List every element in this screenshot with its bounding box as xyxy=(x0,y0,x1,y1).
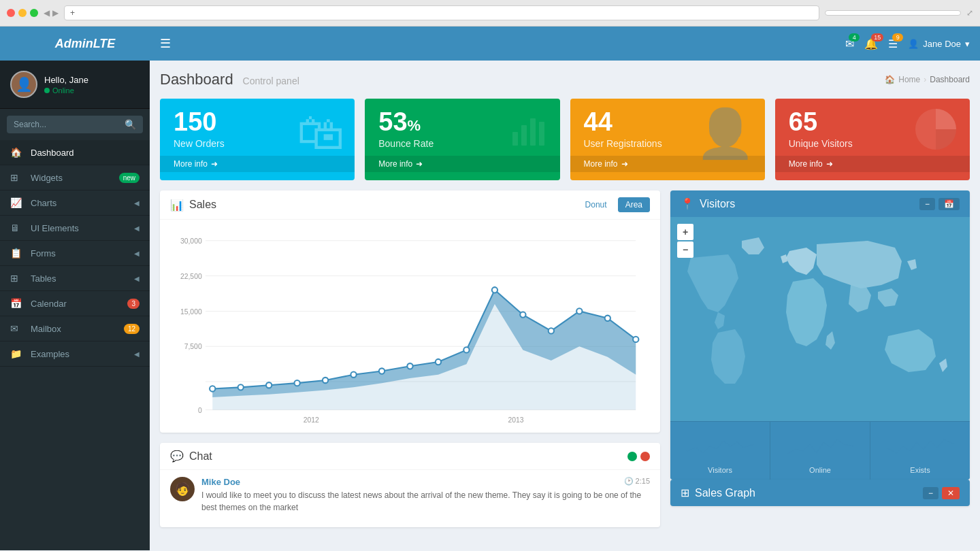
svg-point-26 xyxy=(436,359,441,365)
grid-icon: ⊞ xyxy=(681,486,689,499)
sales-graph-minus-button[interactable]: − xyxy=(923,487,938,499)
browser-search-bar[interactable] xyxy=(825,10,961,16)
back-arrow[interactable]: ◀ xyxy=(44,8,50,18)
visitors-minus-button[interactable]: − xyxy=(919,198,935,210)
sidebar-item-tables[interactable]: ⊞ Tables ◀ xyxy=(0,266,150,291)
info-box-bounce: 53% Bounce Rate More info ➜ xyxy=(365,99,559,180)
sales-graph-tools: − ✕ xyxy=(923,487,960,499)
nav-toggle-button[interactable]: ☰ xyxy=(160,36,171,51)
sidebar-item-charts[interactable]: 📈 Charts ◀ xyxy=(0,190,150,216)
browser-arrows: ◀ ▶ xyxy=(44,8,59,18)
dashboard-icon: 🏠 xyxy=(10,147,24,158)
svg-text:2013: 2013 xyxy=(508,416,523,424)
tab-donut[interactable]: Donut xyxy=(578,197,615,212)
visitor-stat-visitors: Visitors xyxy=(670,422,770,480)
widgets-badge: new xyxy=(119,173,140,183)
bounce-number: 53% xyxy=(378,109,546,135)
chart-tabs: Donut Area xyxy=(578,197,650,212)
sidebar-item-widgets[interactable]: ⊞ Widgets new xyxy=(0,165,150,190)
sidebar-item-label: Dashboard xyxy=(31,148,140,158)
nav-user-menu[interactable]: 👤 Jane Doe ▾ xyxy=(908,39,970,49)
dot-red[interactable] xyxy=(7,9,15,17)
app-wrapper: AdminLTE ☰ ✉ 4 🔔 15 ☰ 9 👤 Jane Doe xyxy=(0,27,980,550)
nav-icons: ✉ 4 🔔 15 ☰ 9 👤 Jane Doe ▾ xyxy=(845,37,970,50)
sidebar-item-mailbox[interactable]: ✉ Mailbox 12 xyxy=(0,316,150,341)
dot-green[interactable] xyxy=(30,9,38,17)
sidebar-item-forms[interactable]: 📋 Forms ◀ xyxy=(0,241,150,266)
map-zoom-in-button[interactable]: + xyxy=(677,224,693,240)
sidebar-item-dashboard[interactable]: 🏠 Dashboard xyxy=(0,140,150,165)
visitors-stat-label: Visitors xyxy=(676,466,764,474)
orders-number: 150 xyxy=(174,109,341,135)
sidebar-item-label: Calendar xyxy=(31,299,127,309)
registrations-number: 44 xyxy=(584,109,751,135)
breadcrumb: 🏠 Home › Dashboard xyxy=(885,75,970,84)
sales-card: 📊 Sales Donut Area xyxy=(160,190,660,433)
visitors-card-header: 📍 Visitors − 📅 xyxy=(670,190,970,217)
chevron-down-icon: ▾ xyxy=(965,39,970,49)
tables-icon: ⊞ xyxy=(10,273,24,284)
dot-yellow[interactable] xyxy=(18,9,27,17)
arrow-right-icon: ➜ xyxy=(826,159,833,169)
orders-more-info: More info xyxy=(174,159,208,169)
chevron-icon: ◀ xyxy=(134,250,140,257)
svg-text:15,000: 15,000 xyxy=(180,308,202,316)
svg-text:7,500: 7,500 xyxy=(184,343,202,350)
chevron-icon: ◀ xyxy=(134,275,140,282)
svg-point-24 xyxy=(379,368,385,373)
breadcrumb-current: Dashboard xyxy=(930,75,970,84)
bell-badge: 15 xyxy=(871,33,883,41)
chat-red-button[interactable] xyxy=(640,452,650,461)
sidebar-item-calendar[interactable]: 📅 Calendar 3 xyxy=(0,291,150,316)
sidebar-user-panel: 👤 Hello, Jane Online xyxy=(0,61,150,109)
tab-area[interactable]: Area xyxy=(618,197,650,212)
page-header: Dashboard Control panel 🏠 Home › Dashboa… xyxy=(160,71,970,88)
exists-stat-label: Exists xyxy=(876,466,964,474)
sidebar-item-label: Widgets xyxy=(31,173,119,183)
nav-list-button[interactable]: ☰ 9 xyxy=(888,37,898,50)
sidebar: 👤 Hello, Jane Online 🔍 🏠 xyxy=(0,61,150,550)
chat-green-button[interactable] xyxy=(627,452,637,461)
chat-message: 🧑 Mike Doe 🕑 2:15 I would like to meet y… xyxy=(170,477,650,514)
breadcrumb-home[interactable]: Home xyxy=(898,75,920,84)
svg-point-25 xyxy=(407,363,412,369)
left-column: 📊 Sales Donut Area xyxy=(160,190,660,527)
forward-arrow[interactable]: ▶ xyxy=(52,8,59,18)
search-input[interactable] xyxy=(14,120,120,129)
home-icon: 🏠 xyxy=(885,75,895,84)
nav-bell-button[interactable]: 🔔 15 xyxy=(864,37,878,50)
browser-url-bar[interactable]: + xyxy=(64,5,819,20)
sidebar-item-ui-elements[interactable]: 🖥 UI Elements ◀ xyxy=(0,216,150,241)
chat-avatar: 🧑 xyxy=(170,477,195,501)
sidebar-item-examples[interactable]: 📁 Examples ◀ xyxy=(0,341,150,367)
sales-graph-close-button[interactable]: ✕ xyxy=(942,487,960,499)
envelope-badge: 4 xyxy=(849,33,860,41)
top-nav: AdminLTE ☰ ✉ 4 🔔 15 ☰ 9 👤 Jane Doe xyxy=(0,27,980,61)
status-label: Online xyxy=(52,86,74,95)
chat-tools xyxy=(627,452,650,461)
sidebar-nav: 🏠 Dashboard ⊞ Widgets new 📈 Charts ◀ 🖥 U… xyxy=(0,140,150,367)
nav-user-name: Jane Doe xyxy=(923,39,961,49)
chat-message-text: I would like to meet you to discuss the … xyxy=(201,489,650,514)
chat-title-text: Chat xyxy=(189,450,212,463)
chat-card-header: 💬 Chat xyxy=(160,443,660,470)
arrow-right-icon: ➜ xyxy=(416,159,423,169)
sidebar-item-label: Tables xyxy=(31,273,134,284)
map-zoom-out-button[interactable]: − xyxy=(677,241,693,258)
main-content: Dashboard Control panel 🏠 Home › Dashboa… xyxy=(150,61,980,550)
sidebar-item-label: Forms xyxy=(31,248,134,258)
sales-card-header: 📊 Sales Donut Area xyxy=(160,190,660,220)
svg-text:0: 0 xyxy=(198,407,202,414)
visitors-sparkline xyxy=(676,427,764,461)
sidebar-user-status: Online xyxy=(44,86,88,95)
chat-name-row: Mike Doe 🕑 2:15 xyxy=(201,477,650,487)
svg-point-31 xyxy=(576,308,582,314)
main-row: 📊 Sales Donut Area xyxy=(160,190,970,527)
mailbox-badge: 12 xyxy=(124,324,140,334)
chat-icon: 💬 xyxy=(170,450,184,463)
sidebar-item-label: Examples xyxy=(31,349,134,359)
visitors-calendar-button[interactable]: 📅 xyxy=(938,198,960,210)
bounce-label: Bounce Rate xyxy=(378,138,546,149)
sidebar-item-label: Mailbox xyxy=(31,324,124,334)
nav-envelope-button[interactable]: ✉ 4 xyxy=(845,37,854,50)
